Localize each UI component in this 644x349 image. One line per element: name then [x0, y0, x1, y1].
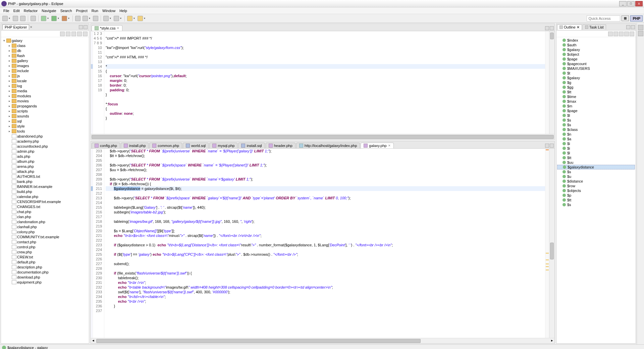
folder-tools[interactable]: ▸tools	[1, 129, 89, 134]
outline-item[interactable]: $s	[557, 169, 635, 174]
search-icon[interactable]	[93, 16, 98, 21]
quick-access-input[interactable]	[587, 15, 620, 21]
outline-item[interactable]: $a	[557, 137, 635, 141]
outline-item[interactable]: $galaxy	[557, 76, 635, 80]
new-dropdown[interactable]	[9, 16, 12, 21]
file-clanhall.php[interactable]: clanhall.php	[1, 224, 89, 229]
file-bank.php[interactable]: bank.php	[1, 179, 89, 184]
next-annotation-icon[interactable]	[114, 16, 119, 21]
forward-dropdown[interactable]	[144, 16, 147, 21]
php-perspective-button[interactable]: PHP	[630, 15, 643, 21]
outline-item[interactable]: $index	[557, 38, 635, 43]
next-annotation-dropdown[interactable]	[120, 16, 123, 21]
back-dropdown[interactable]	[133, 16, 137, 21]
menu-search[interactable]: Search	[58, 9, 74, 13]
run-icon[interactable]	[51, 16, 57, 21]
outline-item[interactable]: $u	[557, 174, 635, 179]
bottom-hscrollbar[interactable]: ◂ ▸	[91, 338, 554, 343]
outline-item[interactable]: $page	[557, 57, 635, 61]
editor-tab-7[interactable]: http://localhost/galaxy/index.php	[296, 143, 360, 148]
editor-maximize-icon[interactable]	[550, 26, 554, 30]
file-CENSORSHIP.txt.example[interactable]: CENSORSHIP.txt.example	[1, 199, 89, 204]
explorer-tree[interactable]: ▾galaxy▸class▸db▸flash▸gallery▸images▸in…	[1, 37, 89, 343]
editor-minimize-icon[interactable]	[545, 144, 549, 148]
outline-item[interactable]: $time	[557, 94, 635, 99]
collapse-all-icon[interactable]	[71, 32, 76, 36]
close-button[interactable]: X	[635, 1, 643, 6]
folder-js[interactable]: ▸js	[1, 73, 89, 78]
open-type-dropdown[interactable]	[89, 16, 92, 21]
minimize-button[interactable]: _	[619, 1, 627, 6]
tasklist-tab[interactable]: Task List	[583, 24, 606, 30]
folder-gallery[interactable]: ▸gallery	[1, 58, 89, 63]
outline-item[interactable]: $s	[557, 202, 635, 207]
folder-movies[interactable]: ▸movies	[1, 98, 89, 103]
folder-propaganda[interactable]: ▸propaganda	[1, 103, 89, 108]
file-chat.php[interactable]: chat.php	[1, 209, 89, 214]
folder-class[interactable]: ▸class	[1, 43, 89, 48]
file-CHANGES.txt[interactable]: CHANGES.txt	[1, 204, 89, 209]
link-editor-icon[interactable]	[77, 32, 82, 36]
new-php-icon[interactable]	[75, 16, 80, 21]
menu-edit[interactable]: Edit	[11, 9, 22, 13]
file-equipment.php[interactable]: equipment.php	[1, 280, 89, 285]
folder-modules[interactable]: ▸modules	[1, 93, 89, 98]
view-menu-icon[interactable]	[83, 32, 88, 36]
folder-sql[interactable]: ▸sql	[1, 118, 89, 123]
folder-include[interactable]: ▸include	[1, 68, 89, 73]
file-AUTHORS.txt[interactable]: AUTHORS.txt	[1, 174, 89, 179]
file-crew.php[interactable]: crew.php	[1, 249, 89, 254]
file-admin.php[interactable]: admin.php	[1, 149, 89, 154]
outline-item[interactable]: $class	[557, 127, 635, 132]
folder-locale[interactable]: ▸locale	[1, 78, 89, 83]
last-edit-icon[interactable]	[103, 16, 109, 21]
file-build.php[interactable]: build.php	[1, 189, 89, 194]
file-BANNER.txt.example[interactable]: BANNER.txt.example	[1, 184, 89, 189]
trim-icon-1[interactable]	[638, 25, 643, 30]
editor-tab-6[interactable]: header.php	[266, 143, 296, 148]
folder-style[interactable]: ▸style	[1, 123, 89, 129]
folder-flash[interactable]: ▸flash	[1, 53, 89, 58]
outline-item[interactable]: $l	[557, 113, 635, 118]
folder-sounds[interactable]: ▸sounds	[1, 113, 89, 118]
outline-item[interactable]: $distance	[557, 179, 635, 184]
outline-item[interactable]: $tt	[557, 198, 635, 202]
tab-close-icon[interactable]: ✕	[577, 25, 580, 30]
explorer-minimize-icon[interactable]	[79, 25, 83, 29]
skip-breakpoints-icon[interactable]	[31, 16, 36, 21]
outline-item[interactable]: $m	[557, 104, 635, 108]
outline-tab[interactable]: Outline✕	[557, 24, 582, 30]
outline-item[interactable]: $auth	[557, 43, 635, 47]
outline-item[interactable]: $tt	[557, 155, 635, 160]
file-arena.php[interactable]: arena.php	[1, 164, 89, 169]
menu-project[interactable]: Project	[74, 9, 90, 13]
file-control.php[interactable]: control.php	[1, 244, 89, 249]
editor-tab-0[interactable]: config.php	[92, 143, 120, 148]
file-clandonation.php[interactable]: clandonation.php	[1, 219, 89, 224]
outline-item[interactable]: $galaxydistance	[557, 165, 635, 169]
file-contact.php[interactable]: contact.php	[1, 239, 89, 244]
outline-item[interactable]: $galaxy	[557, 47, 635, 52]
folder-images[interactable]: ▸images	[1, 63, 89, 68]
save-all-icon[interactable]	[20, 16, 25, 21]
file-academy.php[interactable]: academy.php	[1, 139, 89, 144]
editor-minimize-icon[interactable]	[545, 26, 549, 30]
outline-item[interactable]: $uu	[557, 160, 635, 165]
editor-maximize-icon[interactable]	[550, 144, 554, 148]
menu-help[interactable]: Help	[117, 9, 129, 13]
project-node[interactable]: ▾galaxy	[1, 38, 89, 43]
style-css-tab[interactable]: *style.css ✕	[92, 25, 122, 31]
top-hscrollbar[interactable]	[91, 134, 554, 139]
file-download.php[interactable]: download.php	[1, 275, 89, 280]
outline-item[interactable]: $row	[557, 184, 635, 188]
outline-item[interactable]: $max	[557, 99, 635, 104]
open-perspective-button[interactable]: ⊞	[622, 15, 629, 21]
outline-item[interactable]: $p	[557, 193, 635, 198]
outline-item[interactable]: $objects	[557, 188, 635, 193]
editor-tab-1[interactable]: install.php	[121, 143, 149, 148]
menu-refactor[interactable]: Refactor	[22, 9, 40, 13]
explorer-tab-close-icon[interactable]: ✕	[30, 26, 33, 29]
forward-history-icon[interactable]	[66, 32, 70, 36]
file-default.php[interactable]: default.php	[1, 259, 89, 264]
external-tools-icon[interactable]	[62, 16, 67, 21]
